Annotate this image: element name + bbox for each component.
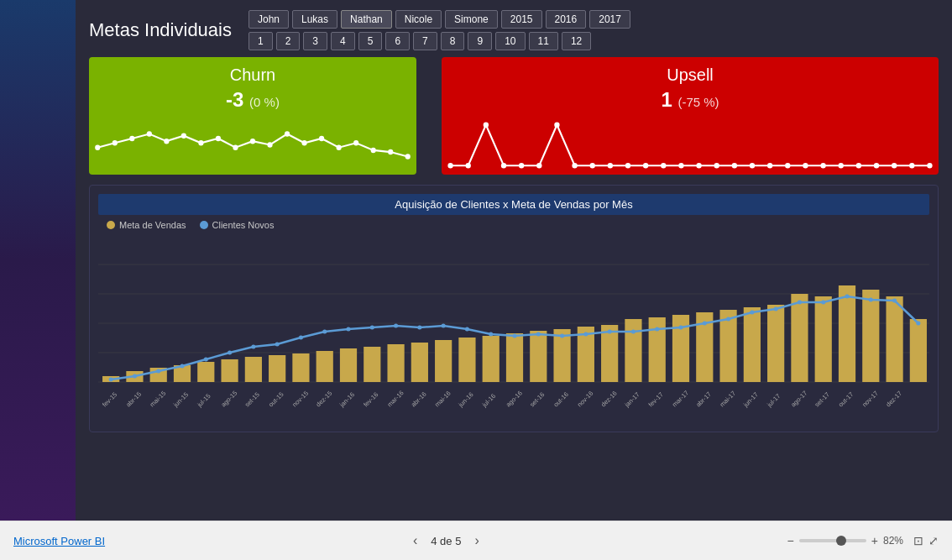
bottom-bar: Microsoft Power BI ‹ 4 de 5 › − + 82% ⊡ …	[0, 521, 952, 560]
filter-lukas[interactable]: Lukas	[292, 10, 337, 29]
svg-point-120	[798, 301, 802, 305]
svg-point-24	[536, 163, 541, 168]
svg-point-100	[322, 330, 327, 334]
filter-month-12[interactable]: 12	[562, 32, 591, 50]
svg-point-3	[147, 131, 152, 136]
svg-rect-87	[839, 285, 855, 382]
svg-text:fev-15: fev-15	[101, 390, 118, 408]
filter-john[interactable]: John	[248, 10, 289, 29]
legend-clientes-label: Clientes Novos	[212, 220, 275, 230]
svg-text:fev-16: fev-16	[362, 390, 379, 408]
svg-point-110	[560, 334, 564, 338]
filter-month-8[interactable]: 8	[441, 32, 465, 50]
svg-point-111	[583, 332, 588, 337]
svg-point-13	[319, 136, 324, 141]
svg-text:abr-15: abr-15	[124, 390, 143, 409]
svg-point-2	[129, 136, 134, 141]
filter-month-2[interactable]: 2	[276, 32, 301, 50]
svg-point-107	[489, 332, 493, 337]
filter-simone[interactable]: Simone	[445, 10, 498, 29]
zoom-plus-icon[interactable]: +	[871, 534, 878, 547]
filter-month-10[interactable]: 10	[495, 32, 525, 50]
prev-page-button[interactable]: ‹	[408, 531, 422, 550]
next-page-button[interactable]: ›	[469, 531, 484, 550]
zoom-slider[interactable]	[799, 539, 866, 542]
svg-point-102	[370, 326, 374, 330]
kpi-row: Churn -3 (0 %)	[89, 57, 939, 175]
page-navigation: ‹ 4 de 5 ›	[408, 531, 484, 550]
fit-page-icon[interactable]: ⊡	[913, 534, 923, 547]
upsell-value: 1 (-75 %)	[453, 88, 927, 112]
filter-2016[interactable]: 2016	[546, 10, 587, 29]
filter-nicole[interactable]: Nicole	[395, 10, 442, 29]
chart-title: Aquisição de Clientes x Meta de Vendas p…	[98, 194, 929, 215]
svg-point-35	[732, 163, 737, 168]
svg-rect-60	[197, 362, 214, 382]
powerbi-link[interactable]: Microsoft Power BI	[13, 535, 105, 547]
legend-meta-dot	[107, 221, 115, 229]
legend-meta-label: Meta de Vendas	[119, 220, 186, 230]
header-row: Metas Individuais John Lukas Nathan Nico…	[89, 10, 939, 50]
svg-point-41	[839, 163, 844, 168]
svg-text:out-16: out-16	[552, 390, 570, 408]
svg-rect-83	[744, 307, 761, 382]
filter-month-4[interactable]: 4	[331, 32, 355, 50]
svg-text:jun-17: jun-17	[741, 390, 760, 409]
svg-point-5	[181, 133, 186, 138]
filter-2015[interactable]: 2015	[501, 10, 542, 29]
legend-clientes: Clientes Novos	[200, 220, 275, 230]
svg-point-122	[845, 295, 849, 299]
filter-nathan[interactable]: Nathan	[341, 10, 392, 29]
svg-point-23	[519, 163, 524, 168]
svg-text:abr-17: abr-17	[694, 390, 713, 409]
svg-rect-71	[458, 338, 475, 382]
svg-point-43	[874, 163, 879, 168]
svg-point-38	[785, 163, 790, 168]
kpi-churn-card: Churn -3 (0 %)	[89, 57, 416, 175]
svg-point-39	[803, 163, 808, 168]
svg-point-19	[447, 163, 452, 168]
zoom-minus-icon[interactable]: −	[787, 534, 794, 547]
svg-point-123	[869, 298, 873, 302]
filter-2017[interactable]: 2017	[589, 10, 630, 29]
svg-point-34	[714, 163, 719, 168]
filter-month-9[interactable]: 9	[468, 32, 492, 50]
svg-point-18	[405, 154, 411, 159]
filter-month-1[interactable]: 1	[248, 32, 273, 50]
legend-clientes-dot	[200, 221, 208, 229]
svg-point-94	[180, 364, 184, 369]
svg-text:mai-16: mai-16	[433, 390, 452, 409]
svg-rect-80	[672, 315, 689, 382]
svg-text:mai-15: mai-15	[149, 390, 168, 409]
svg-point-112	[608, 330, 612, 334]
zoom-thumb	[836, 536, 846, 546]
svg-text:out-17: out-17	[837, 390, 855, 408]
chart-area: 0 10 20 30	[98, 235, 929, 420]
svg-point-124	[892, 299, 897, 303]
filter-section: John Lukas Nathan Nicole Simone 2015 201…	[248, 10, 630, 50]
filter-month-3[interactable]: 3	[303, 32, 327, 50]
churn-value: -3 (0 %)	[101, 88, 405, 112]
filter-month-11[interactable]: 11	[529, 32, 558, 50]
svg-point-97	[251, 345, 255, 349]
kpi-upsell-card: Upsell 1 (-75 %)	[442, 57, 939, 175]
svg-text:dez-15: dez-15	[315, 390, 334, 409]
svg-text:jun-15: jun-15	[171, 390, 190, 409]
person-filter-row: John Lukas Nathan Nicole Simone 2015 201…	[248, 10, 630, 29]
svg-text:ago-15: ago-15	[219, 390, 238, 409]
filter-month-5[interactable]: 5	[358, 32, 383, 50]
svg-text:ago-16: ago-16	[505, 390, 524, 409]
svg-text:mar-17: mar-17	[671, 389, 690, 408]
svg-text:mai-17: mai-17	[718, 390, 737, 409]
svg-rect-70	[435, 340, 452, 382]
svg-rect-63	[269, 355, 285, 382]
filter-month-7[interactable]: 7	[413, 32, 437, 50]
upsell-title: Upsell	[453, 65, 927, 85]
svg-point-28	[608, 163, 613, 168]
svg-point-37	[767, 163, 772, 168]
svg-point-125	[916, 322, 920, 326]
churn-sparkline	[89, 116, 416, 175]
fullscreen-icon[interactable]: ⤢	[928, 534, 939, 547]
svg-point-96	[228, 351, 232, 355]
filter-month-6[interactable]: 6	[385, 32, 410, 50]
